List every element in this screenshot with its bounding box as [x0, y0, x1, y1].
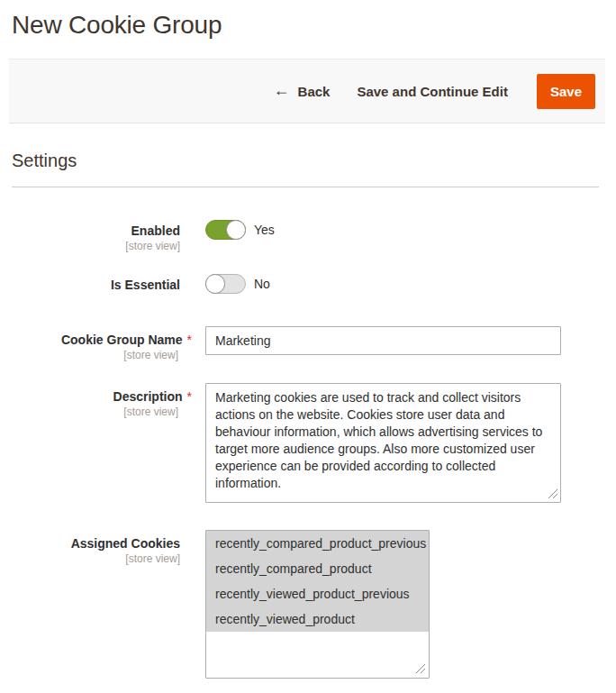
description-scope-note: [store view] — [0, 406, 194, 418]
back-arrow-icon: ← — [274, 82, 290, 98]
form-row-cookie-group-name: Cookie Group Name* [store view] — [0, 326, 616, 361]
resize-grip-icon[interactable] — [548, 488, 558, 499]
save-and-continue-label: Save and Continue Edit — [357, 84, 508, 99]
form-row-assigned-cookies: Assigned Cookies [store view] recently_c… — [0, 530, 616, 679]
enabled-toggle[interactable]: Yes — [205, 220, 275, 240]
description-label-block: Description* [store view] — [0, 383, 194, 418]
required-asterisk: * — [187, 333, 192, 347]
multiselect-option[interactable]: recently_compared_product — [206, 556, 429, 581]
multiselect-option[interactable]: recently_viewed_product — [206, 606, 429, 632]
enabled-label: Enabled — [0, 223, 194, 238]
cookie-group-name-scope-note: [store view] — [0, 349, 194, 361]
is-essential-label-block: Is Essential — [0, 274, 194, 292]
enabled-toggle-value: Yes — [254, 220, 275, 240]
is-essential-toggle-track[interactable] — [205, 274, 246, 294]
page-title: New Cookie Group — [12, 11, 616, 40]
description-label: Description* — [0, 389, 194, 404]
cookie-group-form: Enabled [store view] Yes Is Essential No… — [0, 220, 616, 679]
section-title-settings: Settings — [12, 150, 616, 171]
cookie-group-name-input[interactable] — [205, 326, 561, 355]
cookie-group-name-label: Cookie Group Name* — [0, 333, 194, 347]
enabled-toggle-track[interactable] — [205, 220, 246, 240]
assigned-cookies-label-block: Assigned Cookies [store view] — [0, 530, 194, 565]
description-label-text: Description — [113, 389, 183, 404]
is-essential-label: Is Essential — [0, 278, 194, 292]
back-button-label: Back — [298, 84, 331, 99]
form-row-is-essential: Is Essential No — [0, 274, 616, 297]
enabled-scope-note: [store view] — [0, 240, 194, 252]
save-and-continue-button[interactable]: Save and Continue Edit — [355, 78, 510, 105]
page-actions-toolbar: ← Back Save and Continue Edit Save — [9, 59, 605, 123]
cookie-group-name-label-block: Cookie Group Name* [store view] — [0, 326, 194, 361]
form-row-description: Description* [store view] Marketing cook… — [0, 383, 616, 503]
multiselect-option[interactable]: recently_compared_product_previous — [206, 531, 429, 556]
is-essential-toggle[interactable]: No — [205, 274, 270, 294]
save-button[interactable]: Save — [537, 74, 595, 109]
enabled-label-block: Enabled [store view] — [0, 220, 194, 252]
assigned-cookies-label: Assigned Cookies — [0, 536, 194, 551]
resize-grip-icon[interactable] — [415, 663, 426, 674]
multiselect-option[interactable]: recently_viewed_product_previous — [206, 581, 429, 606]
is-essential-toggle-knob[interactable] — [205, 274, 225, 294]
form-row-enabled: Enabled [store view] Yes — [0, 220, 616, 252]
enabled-toggle-knob[interactable] — [226, 220, 246, 240]
assigned-cookies-scope-note: [store view] — [0, 552, 194, 565]
cookie-group-name-label-text: Cookie Group Name — [61, 333, 183, 347]
is-essential-toggle-value: No — [254, 274, 270, 294]
required-asterisk: * — [187, 389, 192, 404]
description-textarea[interactable]: Marketing cookies are used to track and … — [205, 383, 561, 503]
section-divider — [12, 187, 599, 187]
assigned-cookies-multiselect[interactable]: recently_compared_product_previous recen… — [205, 530, 430, 679]
back-button[interactable]: ← Back — [272, 78, 332, 105]
